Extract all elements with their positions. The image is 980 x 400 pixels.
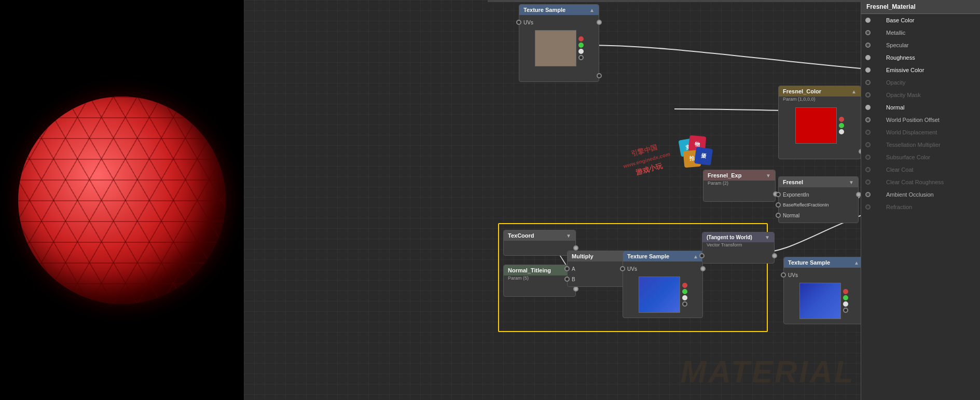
pin-emissive[interactable]: Emissive Color [861,64,980,76]
color-preview-row [779,105,861,146]
output-row [504,284,575,294]
node-texture-sample-bottom[interactable]: Texture Sample ▲ UVs [783,257,864,324]
base-pin-left [776,202,781,208]
clear-coat-label: Clear Coat [886,167,914,173]
pin-subsurface[interactable]: Subsurface Color [861,151,980,163]
pin-red [578,36,584,42]
pin-specular[interactable]: Specular [861,39,980,51]
expand-icon[interactable]: ▲ [693,254,698,259]
node-header: Fresnel ▼ [779,177,858,187]
sphere-preview [18,96,226,304]
pin-green [578,43,584,48]
clear-coat-roughness-label: Clear Coat Roughness [886,179,944,185]
pin-ambient-occlusion[interactable]: Ambient Occlusion [861,188,980,201]
pin-clear-coat-roughness[interactable]: Clear Coat Roughness [861,176,980,188]
pin-opacity-mask[interactable]: Opacity Mask [861,89,980,101]
pin-red [682,283,687,288]
output-pin-right [597,20,602,25]
pin-white [682,295,687,300]
node-header: Texture Sample ▲ [519,5,599,15]
pin-world-pos[interactable]: World Position Offset [861,114,980,126]
watermark-cn: 引擎中国 www.enginedx.com 游戏小玩 [619,140,674,181]
emissive-label: Emissive Color [886,67,924,73]
a-pin-left [564,266,570,271]
uvs-pin-left [620,266,625,271]
pin-refraction[interactable]: Refraction [861,201,980,213]
pin-gray [578,55,584,60]
expand-icon[interactable]: ▲ [589,7,595,13]
pin-red [839,117,844,122]
roughness-label: Roughness [886,54,915,61]
pin-gray [843,308,848,313]
expand-icon[interactable]: ▼ [849,180,854,185]
metallic-label: Metallic [886,30,905,36]
node-subtitle: Vector Transform [702,242,774,249]
output-row [703,189,775,199]
material-pins: Base Color Metallic Specular Roughness E… [861,14,980,213]
texture-preview-row [623,274,702,315]
opacity-mask-label: Opacity Mask [886,92,921,98]
uvs-row: UVs [784,270,863,280]
pin-base-color[interactable]: Base Color [861,14,980,26]
emissive-pin [865,67,871,73]
pin-normal[interactable]: Normal [861,101,980,114]
node-header: Texture Sample ▲ [623,251,702,261]
output-pin-right [772,253,777,258]
sticker-4: 摄 [694,147,713,165]
input-pin-left [699,253,705,258]
pin-clear-coat[interactable]: Clear Coat [861,163,980,176]
expand-icon[interactable]: ▲ [851,89,857,94]
refraction-label: Refraction [886,204,912,210]
expand-icon[interactable]: ▲ [854,260,859,266]
ambient-pin [865,192,871,197]
opacity-pin [865,80,871,85]
tessellation-label: Tessellation Multiplier [886,142,941,148]
normal-row: Normal [779,210,858,220]
texture-preview-row [784,280,863,322]
bottom-pin-row [519,69,599,79]
pin-green [843,295,848,300]
node-subtitle: Param (2) [703,181,775,187]
pin-gray [682,301,687,307]
exponent-row: ExponentIn [779,189,858,200]
material-panel: Fresnel_Material Base Color Metallic Spe… [861,0,980,400]
subsurface-label: Subsurface Color [886,154,930,160]
node-fresnel[interactable]: Fresnel ▼ ExponentIn BaseReflectFraction… [778,176,859,223]
normal-pin [865,105,871,110]
node-texcoord[interactable]: TexCoord ▼ [503,230,576,256]
texture-preview-row [519,27,599,69]
pin-white [578,49,584,54]
expand-icon[interactable]: ▼ [766,173,771,178]
world-pos-label: World Position Offset [886,117,940,123]
output-row [504,243,575,253]
texture-image [535,30,576,66]
base-reflect-row: BaseReflectFractionIn [779,200,858,210]
pin-world-displace[interactable]: World Displacement [861,126,980,139]
node-texture-sample-normal[interactable]: Texture Sample ▲ UVs [623,251,703,318]
bottom-pin-row [779,146,861,157]
node-fresnel-color[interactable]: Fresnel_Color ▲ Param (1,0,0,0) [778,86,861,159]
node-fresnel-exp[interactable]: Fresnel_Exp ▼ Param (2) [703,170,776,202]
node-header: Texture Sample ▲ [784,257,863,268]
expand-icon[interactable]: ▼ [765,235,770,240]
top-bar [488,0,980,2]
input-row [702,251,774,261]
pin-white [843,301,848,307]
pin-green [839,123,844,128]
node-texture-sample-top[interactable]: Texture Sample ▲ UVs [519,4,599,82]
pin-tessellation[interactable]: Tessellation Multiplier [861,139,980,151]
specular-pin [865,43,871,48]
base-color-label: Base Color [886,17,914,23]
output-pin [573,286,578,292]
pin-roughness[interactable]: Roughness [861,51,980,64]
opacity-mask-pin [865,92,871,98]
expand-icon[interactable]: ▼ [566,233,571,239]
node-tangent-world[interactable]: (Tangent to World) ▼ Vector Transform [702,232,775,264]
pin-metallic[interactable]: Metallic [861,26,980,39]
uvs-pin-left [781,272,786,278]
pin-opacity[interactable]: Opacity [861,76,980,89]
bottom-pin [597,73,602,78]
pin-red [843,289,848,294]
preview-panel [0,0,244,400]
uvs-row: UVs [623,264,702,274]
